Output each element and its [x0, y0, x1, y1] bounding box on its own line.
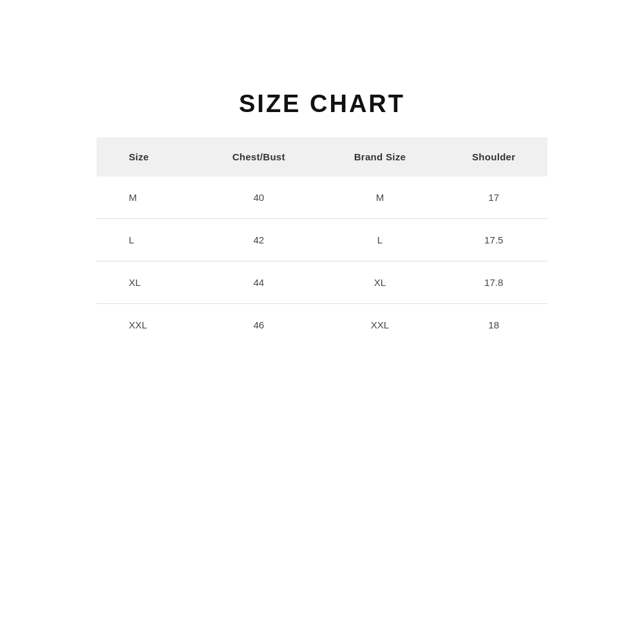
cell-chest: 44 [198, 261, 320, 304]
cell-size: M [97, 176, 198, 219]
size-chart-container: SIZE CHART Size Chest/Bust Brand Size Sh… [97, 90, 547, 346]
col-header-brand: Brand Size [319, 137, 440, 176]
table-header: Size Chest/Bust Brand Size Shoulder [97, 137, 547, 176]
col-header-chest: Chest/Bust [198, 137, 320, 176]
cell-chest: 46 [198, 304, 320, 346]
cell-brand-size: XL [319, 261, 440, 304]
cell-brand-size: L [319, 219, 440, 261]
cell-size: L [97, 219, 198, 261]
cell-chest: 40 [198, 176, 320, 219]
cell-brand-size: XXL [319, 304, 440, 346]
table-body: M40M17L42L17.5XL44XL17.8XXL46XXL18 [97, 176, 547, 346]
cell-shoulder: 18 [440, 304, 547, 346]
table-row: XL44XL17.8 [97, 261, 547, 304]
cell-brand-size: M [319, 176, 440, 219]
cell-chest: 42 [198, 219, 320, 261]
cell-size: XL [97, 261, 198, 304]
table-row: XXL46XXL18 [97, 304, 547, 346]
cell-shoulder: 17.8 [440, 261, 547, 304]
size-table: Size Chest/Bust Brand Size Shoulder M40M… [97, 137, 547, 346]
cell-shoulder: 17 [440, 176, 547, 219]
page-title: SIZE CHART [97, 90, 547, 118]
cell-size: XXL [97, 304, 198, 346]
col-header-size: Size [97, 137, 198, 176]
table-row: L42L17.5 [97, 219, 547, 261]
col-header-shoulder: Shoulder [440, 137, 547, 176]
cell-shoulder: 17.5 [440, 219, 547, 261]
table-row: M40M17 [97, 176, 547, 219]
